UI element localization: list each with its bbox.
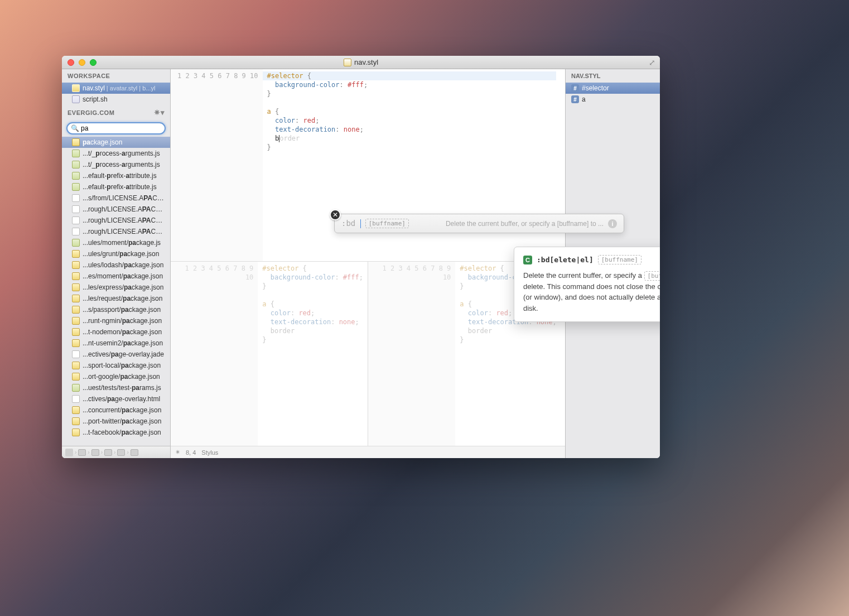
project-header-label: EVERGIG.COM: [67, 109, 114, 116]
result-item[interactable]: ...rough/LICENSE.APACHE2: [62, 204, 170, 215]
outline-label: a: [582, 95, 586, 103]
item-label: ...ules/lodash/package.json: [83, 261, 163, 269]
file-icon: [72, 317, 80, 325]
file-icon: [72, 95, 80, 103]
result-item[interactable]: ...ectives/page-overlay.jade: [62, 349, 170, 360]
home-icon[interactable]: [65, 449, 73, 456]
item-label: ...efault-prefix-attribute.js: [83, 183, 157, 191]
status-bar: ✷ 8, 4 Stylus: [171, 446, 565, 458]
code-area[interactable]: #selector { background-color: #fff; } a …: [258, 262, 368, 446]
editor-pane-bl[interactable]: 1 2 3 4 5 6 7 8 9 10 #selector { backgro…: [171, 262, 368, 446]
search-icon: 🔍: [71, 124, 79, 132]
result-item[interactable]: ...les/request/package.json: [62, 293, 170, 304]
folder-icon[interactable]: [78, 449, 86, 456]
expand-icon[interactable]: ⤢: [649, 58, 655, 67]
command-bar[interactable]: :bd [buffname] Delete the current buffer…: [334, 214, 624, 233]
maximize-button[interactable]: [90, 59, 97, 66]
file-icon: [72, 250, 80, 258]
result-item[interactable]: ...sport-local/package.json: [62, 360, 170, 371]
workspace-item[interactable]: script.sh: [62, 94, 170, 105]
workspace-header: WORKSPACE: [62, 69, 170, 83]
item-label: ...s/passport/package.json: [83, 306, 161, 314]
file-icon: [72, 373, 80, 381]
file-icon: [72, 406, 80, 414]
item-label: ...t-facebook/package.json: [83, 429, 161, 436]
gear-icon[interactable]: ✷▾: [154, 108, 165, 117]
result-item[interactable]: ...les/express/package.json: [62, 282, 170, 293]
result-item[interactable]: ...s/passport/package.json: [62, 304, 170, 315]
outline-item[interactable]: ##selector: [566, 83, 660, 94]
item-label: ...les/express/package.json: [83, 283, 163, 291]
result-item[interactable]: ...uest/tests/test-params.js: [62, 382, 170, 393]
result-item[interactable]: ...rough/LICENSE.APACHE2: [62, 226, 170, 237]
result-item[interactable]: ...efault-prefix-attribute.js: [62, 170, 170, 181]
outline-header: NAV.STYL: [566, 69, 660, 83]
item-label: ...ctives/page-overlay.html: [83, 395, 160, 403]
search-results: package.json...t/_process-arguments.js..…: [62, 137, 170, 446]
command-arg-hint: [buffname]: [365, 219, 409, 228]
file-icon: [72, 172, 80, 180]
file-icon: [72, 395, 80, 403]
item-label: ...rough/LICENSE.APACHE2: [83, 216, 165, 224]
result-item[interactable]: package.json: [62, 137, 170, 148]
tooltip-command: :bd[elete|el]: [537, 256, 594, 264]
item-label: ...ules/moment/package.js: [83, 239, 161, 247]
info-icon[interactable]: i: [608, 219, 617, 228]
file-icon: [72, 283, 80, 291]
result-item[interactable]: ...s/from/LICENSE.APACHE2: [62, 192, 170, 204]
file-icon: [72, 350, 80, 358]
result-item[interactable]: ...es/moment/package.json: [62, 271, 170, 282]
close-icon[interactable]: ✕: [330, 209, 341, 220]
command-badge-icon: C: [523, 256, 532, 264]
close-button[interactable]: [67, 59, 74, 66]
gear-icon[interactable]: ✷: [175, 449, 180, 456]
result-item[interactable]: ...ort-google/package.json: [62, 371, 170, 382]
result-item[interactable]: ...t-facebook/package.json: [62, 427, 170, 438]
result-item[interactable]: ...rough/LICENSE.APACHE2: [62, 215, 170, 226]
item-label: ...efault-prefix-attribute.js: [83, 172, 157, 180]
outline-item[interactable]: #a: [566, 94, 660, 105]
tooltip-arg: [buffname]: [598, 255, 641, 264]
file-icon: [72, 161, 80, 169]
result-item[interactable]: ...ules/moment/package.js: [62, 237, 170, 248]
result-item[interactable]: ...nt-usemin2/package.json: [62, 338, 170, 349]
minimize-button[interactable]: [79, 59, 85, 66]
item-label: ...sport-local/package.json: [83, 362, 161, 369]
project-header: EVERGIG.COM ✷▾: [62, 105, 170, 120]
item-label: ...es/moment/package.json: [83, 272, 163, 280]
file-icon: [72, 339, 80, 347]
result-item[interactable]: ...t-nodemon/package.json: [62, 326, 170, 338]
folder-icon[interactable]: [131, 449, 138, 456]
result-item[interactable]: ...concurrent/package.json: [62, 405, 170, 416]
main-area: WORKSPACE nav.styl | avatar.styl | b...y…: [62, 69, 660, 458]
item-label: ...les/request/package.json: [83, 295, 162, 302]
result-item[interactable]: ...t/_process-arguments.js: [62, 148, 170, 159]
language-mode[interactable]: Stylus: [201, 449, 218, 456]
search-input[interactable]: [66, 122, 166, 134]
item-label: ...runt-ngmin/package.json: [83, 317, 162, 325]
result-item[interactable]: ...port-twitter/package.json: [62, 416, 170, 427]
traffic-lights: [62, 59, 97, 66]
file-icon: [72, 295, 80, 302]
file-icon: [72, 429, 80, 436]
folder-icon[interactable]: [104, 449, 112, 456]
titlebar[interactable]: nav.styl ⤢: [62, 56, 660, 69]
cursor-position: 8, 4: [186, 449, 196, 456]
item-label: nav.styl | avatar.styl | b...yl: [83, 84, 156, 92]
file-icon: [72, 228, 80, 235]
item-label: script.sh: [83, 95, 108, 103]
command-popup: ✕ :bd [buffname] Delete the current buff…: [334, 214, 624, 233]
result-item[interactable]: ...t/_process-arguments.js: [62, 159, 170, 170]
result-item[interactable]: ...ules/lodash/package.json: [62, 259, 170, 271]
result-item[interactable]: ...ules/grunt/package.json: [62, 248, 170, 259]
folder-icon[interactable]: [91, 449, 99, 456]
result-item[interactable]: ...efault-prefix-attribute.js: [62, 181, 170, 192]
result-item[interactable]: ...runt-ngmin/package.json: [62, 315, 170, 326]
file-icon: [72, 272, 80, 280]
file-icon: [72, 261, 80, 269]
folder-icon[interactable]: [117, 449, 125, 456]
item-label: ...t/_process-arguments.js: [83, 150, 160, 157]
gutter: 1 2 3 4 5 6 7 8 9 10: [171, 262, 258, 446]
result-item[interactable]: ...ctives/page-overlay.html: [62, 393, 170, 405]
workspace-item[interactable]: nav.styl | avatar.styl | b...yl: [62, 83, 170, 94]
